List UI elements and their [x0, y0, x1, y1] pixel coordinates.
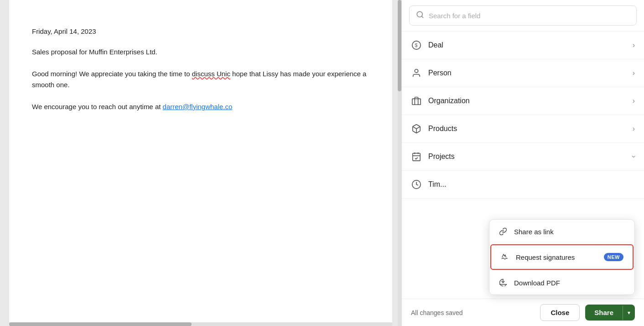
save-status: All changes saved [411, 309, 463, 316]
new-badge: NEW [604, 253, 623, 261]
organization-label: Organization [428, 97, 633, 105]
products-chevron: › [633, 125, 635, 133]
projects-icon [411, 151, 422, 162]
timeline-icon [411, 179, 422, 190]
dropdown-item-request-signatures[interactable]: Request signatures NEW [490, 244, 634, 270]
share-chevron-icon[interactable]: ▾ [623, 305, 635, 320]
svg-rect-10 [413, 153, 421, 161]
field-item-deal[interactable]: $ Deal › [402, 32, 644, 59]
person-icon [411, 68, 422, 79]
timeline-label: Tim... [428, 180, 635, 189]
footer-bar: All changes saved Close Share ▾ [402, 299, 644, 326]
dropdown-item-download-pdf[interactable]: Download PDF [489, 271, 634, 294]
vertical-scrollbar[interactable] [398, 0, 401, 326]
search-icon [416, 11, 424, 21]
dropdown-item-share-link[interactable]: Share as link [489, 220, 634, 243]
field-item-organization[interactable]: Organization › [402, 87, 644, 115]
search-wrapper: Search for a field [402, 0, 644, 32]
projects-label: Projects [428, 152, 633, 161]
close-button[interactable]: Close [540, 304, 580, 321]
svg-point-4 [415, 69, 418, 73]
document-date: Friday, April 14, 2023 [32, 27, 369, 35]
download-icon [499, 278, 508, 287]
hscrollbar-thumb [9, 322, 192, 326]
download-pdf-label: Download PDF [514, 279, 625, 287]
person-chevron: › [633, 69, 635, 77]
projects-chevron: › [629, 155, 638, 158]
share-dropdown: Share as link Request signatures NEW [489, 219, 635, 295]
document-panel: Friday, April 14, 2023 Sales proposal fo… [0, 0, 401, 326]
deal-icon: $ [411, 40, 422, 51]
document-content: Friday, April 14, 2023 Sales proposal fo… [9, 0, 392, 326]
sidebar-panel: Search for a field $ Deal › Person › [401, 0, 644, 326]
deal-label: Deal [428, 41, 633, 49]
deal-chevron: › [633, 41, 635, 49]
request-signatures-label: Request signatures [516, 253, 597, 261]
svg-rect-5 [412, 99, 421, 105]
field-item-person[interactable]: Person › [402, 59, 644, 87]
share-label: Share [585, 305, 623, 321]
field-item-projects[interactable]: Projects › [402, 143, 644, 171]
signature-icon [500, 252, 509, 262]
person-label: Person [428, 69, 633, 77]
products-label: Products [428, 125, 633, 133]
share-link-label: Share as link [514, 228, 625, 236]
field-item-timeline[interactable]: Tim... [402, 171, 644, 199]
document-body1: Good morning! We appreciate you taking t… [32, 68, 369, 90]
field-item-products[interactable]: Products › [402, 115, 644, 143]
share-button-group[interactable]: Share ▾ [585, 305, 635, 321]
email-link[interactable]: darren@flyingwhale.co [163, 103, 233, 110]
search-box[interactable]: Search for a field [409, 5, 637, 26]
products-icon [411, 123, 422, 134]
svg-line-1 [421, 16, 423, 17]
search-placeholder-text: Search for a field [429, 12, 480, 20]
horizontal-scrollbar[interactable] [9, 322, 392, 326]
svg-text:$: $ [415, 43, 418, 48]
link-icon [499, 227, 508, 236]
document-subtitle: Sales proposal for Muffin Enterprises Lt… [32, 48, 369, 56]
scrollbar-thumb [398, 0, 401, 91]
document-body2: We encourage you to reach out anytime at… [32, 101, 369, 112]
org-icon [411, 95, 422, 106]
organization-chevron: › [633, 97, 635, 105]
